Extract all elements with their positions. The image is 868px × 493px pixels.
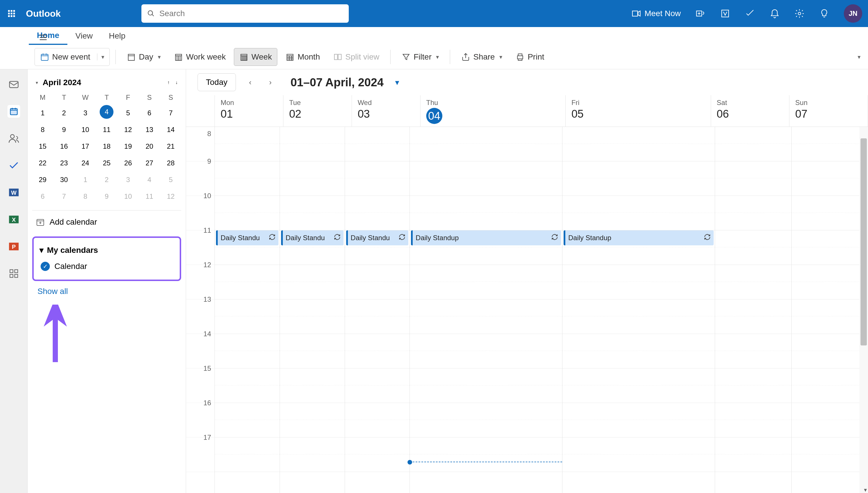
mini-cal-day[interactable]: 20 (139, 138, 160, 154)
hour-cell[interactable] (410, 437, 562, 472)
prev-week-button[interactable]: ‹ (244, 77, 256, 88)
hour-cell[interactable] (715, 299, 791, 334)
hour-cell[interactable] (410, 265, 562, 299)
word-rail-button[interactable]: W (7, 186, 20, 199)
month-view-button[interactable]: Month (280, 48, 325, 66)
hour-cell[interactable] (562, 265, 715, 299)
hour-cell[interactable] (345, 334, 410, 368)
mini-cal-day[interactable]: 23 (54, 155, 74, 171)
day-column[interactable]: Daily Standu (215, 127, 280, 493)
meet-now-button[interactable]: Meet Now (631, 8, 681, 19)
hour-cell[interactable] (215, 127, 280, 162)
hour-cell[interactable] (562, 368, 715, 403)
hour-cell[interactable] (280, 265, 345, 299)
day-column[interactable]: Daily Standu (345, 127, 410, 493)
day-column-header[interactable]: Tue02 (283, 95, 352, 127)
hour-cell[interactable] (792, 230, 868, 265)
mini-cal-next-button[interactable]: ↓ (175, 80, 178, 85)
new-event-button[interactable]: New event ▾ (35, 48, 110, 66)
hour-cell[interactable] (410, 299, 562, 334)
teams-icon[interactable] (695, 8, 706, 19)
hour-cell[interactable] (562, 127, 715, 162)
excel-rail-button[interactable]: X (7, 213, 20, 226)
hour-cell[interactable] (715, 230, 791, 265)
hour-cell[interactable] (280, 162, 345, 196)
hour-cell[interactable] (792, 162, 868, 196)
more-apps-rail-button[interactable] (7, 267, 20, 280)
mini-cal-day[interactable]: 11 (139, 188, 160, 205)
day-view-button[interactable]: Day ▾ (122, 48, 166, 66)
mini-cal-day[interactable]: 10 (75, 122, 96, 138)
filter-button[interactable]: Filter ▾ (396, 48, 444, 66)
chevron-down-icon[interactable]: ▾ (436, 53, 439, 60)
mini-cal-day[interactable]: 4 (139, 172, 160, 188)
hour-cell[interactable] (215, 265, 280, 299)
share-button[interactable]: Share ▾ (456, 48, 507, 66)
mini-cal-day[interactable]: 21 (160, 138, 181, 154)
hour-cell[interactable] (792, 334, 868, 368)
hour-cell[interactable] (280, 196, 345, 230)
day-column-header[interactable]: Thu04 (421, 95, 566, 127)
chevron-down-icon[interactable]: ▾ (499, 53, 502, 60)
add-calendar-button[interactable]: Add calendar (32, 210, 181, 234)
my-calendars-header[interactable]: ▾ My calendars (38, 242, 175, 258)
calendar-list-item[interactable]: ✓ Calendar (38, 258, 175, 275)
today-button[interactable]: Today (198, 73, 236, 91)
mini-cal-day[interactable]: 4 (100, 105, 114, 119)
mini-cal-day[interactable]: 13 (139, 122, 160, 138)
tab-help[interactable]: Help (101, 27, 134, 45)
scroll-down-icon[interactable]: ▾ (864, 486, 867, 493)
day-column[interactable] (715, 127, 791, 493)
hour-cell[interactable] (562, 299, 715, 334)
mini-cal-day[interactable]: 9 (54, 122, 74, 138)
mini-cal-day[interactable]: 3 (75, 105, 96, 121)
hour-cell[interactable] (792, 299, 868, 334)
notifications-icon[interactable] (769, 8, 780, 19)
hour-cell[interactable] (792, 196, 868, 230)
mini-cal-day[interactable]: 7 (54, 188, 74, 205)
day-column-header[interactable]: Wed03 (352, 95, 421, 127)
ribbon-overflow-chevron[interactable]: ▾ (857, 53, 861, 60)
hour-cell[interactable] (562, 196, 715, 230)
mini-cal-day[interactable]: 9 (96, 188, 117, 205)
todo-rail-button[interactable] (7, 159, 20, 172)
mini-cal-day[interactable]: 12 (160, 188, 181, 205)
hour-cell[interactable] (715, 127, 791, 162)
hour-cell[interactable] (345, 403, 410, 437)
mini-cal-day[interactable]: 1 (32, 105, 53, 121)
mini-cal-day[interactable]: 3 (118, 172, 139, 188)
hour-cell[interactable] (562, 437, 715, 472)
settings-icon[interactable] (794, 8, 805, 19)
hour-cell[interactable] (345, 265, 410, 299)
hour-cell[interactable] (562, 162, 715, 196)
mini-cal-day[interactable]: 8 (75, 188, 96, 205)
mini-cal-day[interactable]: 11 (96, 122, 117, 138)
hour-cell[interactable] (280, 437, 345, 472)
work-week-button[interactable]: Work week (169, 48, 231, 66)
calendar-event[interactable]: Daily Standu (346, 230, 409, 245)
mini-cal-day[interactable]: 30 (54, 172, 74, 188)
mini-cal-day[interactable]: 14 (160, 122, 181, 138)
week-body[interactable]: 891011121314151617 Daily StanduDaily Sta… (186, 127, 868, 493)
scrollbar[interactable]: ▾ (860, 127, 868, 493)
chevron-down-icon[interactable]: ▾ (158, 53, 161, 60)
day-column[interactable]: Daily Standup (562, 127, 715, 493)
mini-cal-day[interactable]: 7 (160, 105, 181, 121)
mini-cal-day[interactable]: 6 (32, 188, 53, 205)
hour-cell[interactable] (410, 127, 562, 162)
hour-cell[interactable] (345, 162, 410, 196)
day-column[interactable]: Daily Standup (410, 127, 562, 493)
calendar-check-icon[interactable]: ✓ (41, 262, 50, 271)
hour-cell[interactable] (345, 368, 410, 403)
mini-cal-day[interactable]: 8 (32, 122, 53, 138)
tips-icon[interactable] (819, 8, 829, 19)
hour-cell[interactable] (280, 334, 345, 368)
mini-cal-day[interactable]: 24 (75, 155, 96, 171)
mini-cal-day[interactable]: 5 (118, 105, 139, 121)
mini-cal-day[interactable]: 27 (139, 155, 160, 171)
hour-cell[interactable] (792, 265, 868, 299)
hour-cell[interactable] (562, 334, 715, 368)
day-column-header[interactable]: Mon01 (215, 95, 283, 127)
day-column-header[interactable]: Sun07 (789, 95, 868, 127)
week-view-button[interactable]: Week (234, 48, 277, 66)
